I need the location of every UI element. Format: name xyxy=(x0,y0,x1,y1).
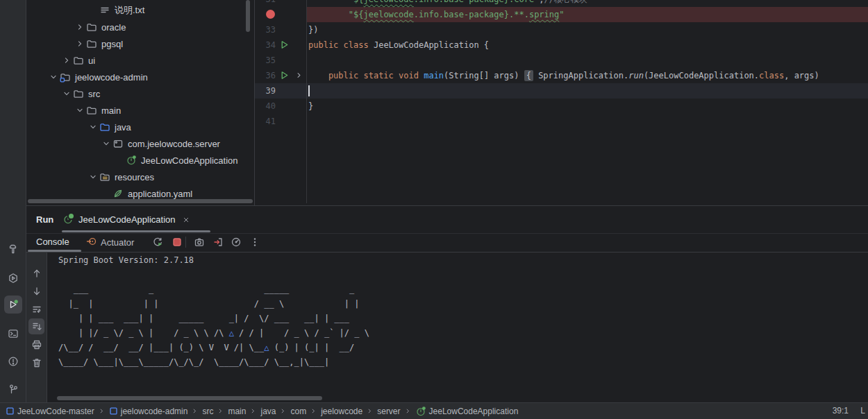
run-tab-label: JeeLowCodeApplication xyxy=(78,214,175,225)
stripe-button-problems[interactable] xyxy=(4,352,22,370)
problems-icon xyxy=(8,356,19,367)
line-number-39: 39 xyxy=(255,83,276,99)
breadcrumb-main[interactable]: main xyxy=(228,407,246,416)
line-number-34: 34 xyxy=(255,37,276,53)
stripe-button-build[interactable] xyxy=(4,240,22,258)
tab-actuator[interactable]: Actuator xyxy=(86,233,134,251)
clear-all-button[interactable] xyxy=(28,354,44,370)
scroll-to-end-button[interactable] xyxy=(28,318,44,334)
breadcrumb-com[interactable]: com xyxy=(290,407,306,416)
breadcrumb-src[interactable]: src xyxy=(202,407,213,416)
line-ending-indicator[interactable]: L xyxy=(860,402,865,419)
console-horizontal-scrollbar[interactable] xyxy=(57,396,322,400)
more-options-button[interactable] xyxy=(247,234,262,250)
breadcrumb-JeeLowCodeApplication[interactable]: JeeLowCodeApplication xyxy=(415,406,519,417)
banner-triangle: △ xyxy=(264,343,269,352)
chevron-down-icon[interactable] xyxy=(47,71,60,83)
tree-item-com.jeelowcode.server[interactable]: com.jeelowcode.server xyxy=(26,135,254,152)
stripe-button-version-control[interactable] xyxy=(4,380,22,398)
chevron-down-icon[interactable] xyxy=(87,171,99,182)
code-line: } xyxy=(308,99,313,114)
tree-item-oracle[interactable]: oracle xyxy=(26,19,254,35)
tree-item-resources[interactable]: resources xyxy=(26,169,254,185)
module-blue-icon xyxy=(6,407,15,416)
line-number-31: 31 xyxy=(255,0,276,7)
code-editor[interactable]: 31 "${jeelowcode.info.base-package}.core… xyxy=(255,0,868,205)
chevron-right-icon[interactable] xyxy=(74,22,86,33)
console-vertical-toolbar xyxy=(26,253,47,403)
tree-item-label: ui xyxy=(87,55,95,66)
arrow-down-icon xyxy=(31,286,42,297)
breadcrumb-java[interactable]: java xyxy=(260,407,276,416)
caret-position-indicator[interactable]: 39:1 xyxy=(833,402,849,419)
terminal-icon xyxy=(8,328,19,339)
stripe-button-services[interactable] xyxy=(4,269,22,287)
breadcrumb-server[interactable]: server xyxy=(377,407,400,416)
rerun-button[interactable] xyxy=(150,234,165,250)
stripe-button-terminal[interactable] xyxy=(4,325,22,343)
chevron-right-icon[interactable] xyxy=(60,55,73,66)
tree-item-label: java xyxy=(113,122,131,132)
module-icon xyxy=(60,71,74,83)
breadcrumb-label: main xyxy=(228,407,246,416)
arrow-up-icon xyxy=(31,268,42,279)
breadcrumb-jeelowcode-admin[interactable]: jeelowcode-admin xyxy=(109,407,188,416)
chevron-right-icon[interactable] xyxy=(74,38,86,49)
tree-item-ui[interactable]: ui xyxy=(26,52,254,69)
fold-expand-icon[interactable] xyxy=(294,71,303,80)
scroll-end-icon xyxy=(31,321,42,332)
chevron-down-icon[interactable] xyxy=(100,138,112,149)
breadcrumb-label: com xyxy=(290,407,306,416)
tab-console[interactable]: Console xyxy=(36,233,69,251)
tree-item-src[interactable]: src xyxy=(26,85,254,102)
tree-item-pgsql[interactable]: pgsql xyxy=(26,35,254,52)
code-token: //核心模块 xyxy=(544,0,587,4)
console-tab-underline xyxy=(28,250,81,252)
tree-item--.txt[interactable]: 说明.txt xyxy=(26,2,254,19)
scroll-up-button[interactable] xyxy=(28,265,44,281)
active-tab-underline xyxy=(62,230,210,232)
run-tool-window: Run JeeLowCodeApplication Console Actuat… xyxy=(26,205,868,402)
close-icon[interactable] xyxy=(182,216,190,224)
folded-region[interactable]: { xyxy=(524,70,533,81)
scroll-down-button[interactable] xyxy=(28,283,44,299)
soft-wrap-button[interactable] xyxy=(28,301,44,317)
exit-button[interactable] xyxy=(210,234,226,250)
run-line-icon[interactable] xyxy=(279,70,290,80)
code-token: .info.base-package}.core" xyxy=(414,0,540,4)
breadcrumb-jeelowcode[interactable]: jeelowcode xyxy=(321,407,362,416)
spring-yaml-icon xyxy=(112,188,126,199)
tree-item-application.yaml[interactable]: application.yaml xyxy=(26,185,254,202)
code-token: JeeLowCodeApplication { xyxy=(369,40,489,50)
chevron-down-icon[interactable] xyxy=(87,121,99,132)
gauge-icon xyxy=(231,237,242,248)
run-line-icon[interactable] xyxy=(279,40,290,50)
console-toolbar: Console Actuator xyxy=(26,233,868,253)
tree-item-jeelowcode-admin[interactable]: jeelowcode-admin xyxy=(26,69,254,85)
project-tree[interactable]: 说明.txtoraclepgsqluijeelowcode-adminsrcma… xyxy=(26,0,254,205)
breadcrumb-JeeLowCode-master[interactable]: JeeLowCode-master xyxy=(6,407,94,416)
code-token: , args) xyxy=(784,71,819,80)
stripe-button-run[interactable] xyxy=(4,296,22,314)
endpoints-button[interactable] xyxy=(228,234,244,250)
text-file-icon xyxy=(99,5,113,16)
chevron-down-icon[interactable] xyxy=(74,105,86,116)
thread-dump-button[interactable] xyxy=(192,234,207,250)
line-number-36: 36 xyxy=(255,68,276,83)
tree-item-main[interactable]: main xyxy=(26,102,254,119)
code-token: run xyxy=(628,71,644,80)
breakpoint-icon[interactable] xyxy=(266,10,275,19)
breadcrumb-chevron-icon xyxy=(249,407,257,415)
tree-item-java[interactable]: java xyxy=(26,119,254,135)
run-configuration-tab[interactable]: JeeLowCodeApplication xyxy=(62,206,190,233)
code-line: "${jeelowcode.info.base-package}.core",/… xyxy=(308,0,587,7)
tree-item-label: src xyxy=(87,89,100,99)
stop-button[interactable] xyxy=(169,234,185,250)
chevron-down-icon[interactable] xyxy=(60,88,73,99)
soft-wrap-icon xyxy=(31,304,42,315)
print-button[interactable] xyxy=(28,336,44,352)
trash-icon xyxy=(31,357,42,368)
tree-item-JeeLowCodeApplication[interactable]: JeeLowCodeApplication xyxy=(26,152,254,169)
folder-icon xyxy=(86,22,100,33)
breadcrumb-label: jeelowcode xyxy=(321,407,362,416)
